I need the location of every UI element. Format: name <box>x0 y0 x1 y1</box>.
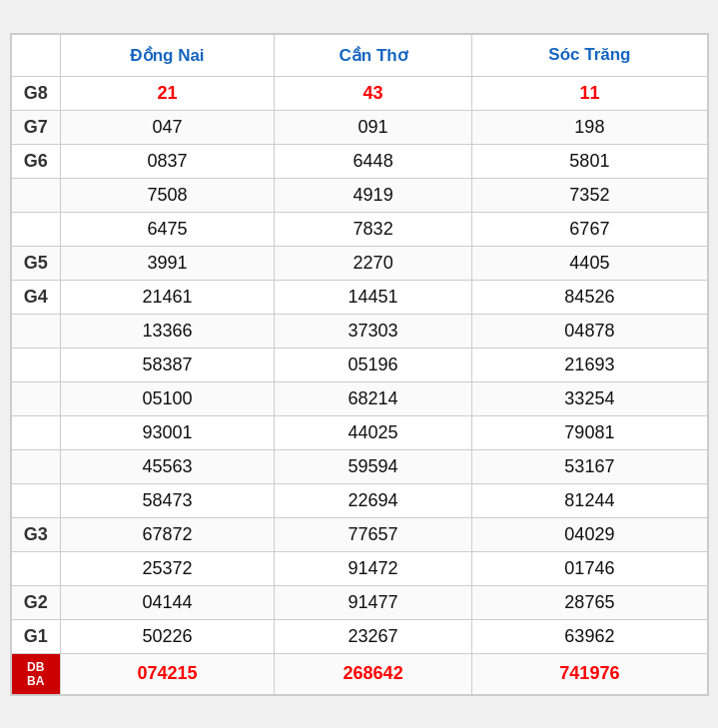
soc-trang-g6: 7352 <box>472 178 708 212</box>
soc-trang-g6: 5801 <box>472 144 708 178</box>
header-dong-nai: Đồng Nai <box>61 34 275 77</box>
can-tho-value: 91477 <box>274 585 471 619</box>
can-tho-g6: 4919 <box>274 178 471 212</box>
soc-trang-g3: 04029 <box>472 517 708 551</box>
prize-label: G5 <box>11 246 61 280</box>
prize-label-g3 <box>11 551 61 585</box>
can-tho-g4: 59594 <box>274 449 471 483</box>
dong-nai-db: 074215 <box>61 653 275 695</box>
dong-nai-g6: 0837 <box>61 144 275 178</box>
soc-trang-db: 741976 <box>472 653 708 695</box>
soc-trang-g4: 53167 <box>472 449 708 483</box>
soc-trang-g4: 21693 <box>472 348 708 381</box>
can-tho-db: 268642 <box>274 653 471 695</box>
soc-trang-g6: 6767 <box>472 212 708 246</box>
can-tho-g4: 44025 <box>274 415 471 449</box>
prize-label-g4 <box>11 449 61 483</box>
soc-trang-value: 11 <box>472 76 708 110</box>
prize-label-g4 <box>11 483 61 517</box>
prize-label: G7 <box>11 110 61 144</box>
dong-nai-g6: 6475 <box>61 212 275 246</box>
can-tho-g6: 7832 <box>274 212 471 246</box>
prize-label-g3: G3 <box>11 517 61 551</box>
lottery-results-table: Đồng Nai Cần Thơ Sóc Trăng G8 21 43 11 G… <box>10 33 709 696</box>
soc-trang-g4: 84526 <box>472 280 708 314</box>
can-tho-g4: 14451 <box>274 280 471 314</box>
soc-trang-g3: 01746 <box>472 551 708 585</box>
can-tho-g4: 05196 <box>274 348 471 381</box>
soc-trang-value: 63962 <box>472 619 708 653</box>
empty-header <box>11 34 61 77</box>
can-tho-value: 2270 <box>274 246 471 280</box>
dong-nai-g3: 25372 <box>61 551 275 585</box>
dong-nai-value: 3991 <box>61 246 275 280</box>
can-tho-g4: 68214 <box>274 381 471 415</box>
dong-nai-g4: 45563 <box>61 449 275 483</box>
dong-nai-value: 21 <box>61 76 275 110</box>
prize-label: G2 <box>11 585 61 619</box>
dong-nai-g4: 13366 <box>61 314 275 348</box>
can-tho-g3: 77657 <box>274 517 471 551</box>
dong-nai-value: 04144 <box>61 585 275 619</box>
dong-nai-g4: 05100 <box>61 381 275 415</box>
dong-nai-g6: 7508 <box>61 178 275 212</box>
prize-label-g4 <box>11 314 61 348</box>
dong-nai-value: 047 <box>61 110 275 144</box>
prize-label-g4 <box>11 348 61 381</box>
soc-trang-value: 4405 <box>472 246 708 280</box>
header-can-tho: Cần Thơ <box>274 34 471 77</box>
prize-label-g4 <box>11 415 61 449</box>
dong-nai-g4: 93001 <box>61 415 275 449</box>
prize-label-g6 <box>11 212 61 246</box>
soc-trang-g4: 04878 <box>472 314 708 348</box>
soc-trang-g4: 81244 <box>472 483 708 517</box>
dong-nai-g4: 21461 <box>61 280 275 314</box>
dong-nai-g3: 67872 <box>61 517 275 551</box>
prize-label-g6: G6 <box>11 144 61 178</box>
dong-nai-g4: 58473 <box>61 483 275 517</box>
prize-label-g6 <box>11 178 61 212</box>
dong-nai-g4: 58387 <box>61 348 275 381</box>
prize-label-g4: G4 <box>11 280 61 314</box>
can-tho-g4: 37303 <box>274 314 471 348</box>
soc-trang-value: 28765 <box>472 585 708 619</box>
can-tho-g3: 91472 <box>274 551 471 585</box>
can-tho-g6: 6448 <box>274 144 471 178</box>
soc-trang-value: 198 <box>472 110 708 144</box>
can-tho-g4: 22694 <box>274 483 471 517</box>
header-soc-trang: Sóc Trăng <box>472 34 708 77</box>
soc-trang-g4: 33254 <box>472 381 708 415</box>
can-tho-value: 43 <box>274 76 471 110</box>
soc-trang-g4: 79081 <box>472 415 708 449</box>
can-tho-value: 23267 <box>274 619 471 653</box>
can-tho-value: 091 <box>274 110 471 144</box>
db-logo: DBBA <box>11 653 61 695</box>
prize-label: G8 <box>11 76 61 110</box>
prize-label: G1 <box>11 619 61 653</box>
dong-nai-value: 50226 <box>61 619 275 653</box>
prize-label-g4 <box>11 381 61 415</box>
